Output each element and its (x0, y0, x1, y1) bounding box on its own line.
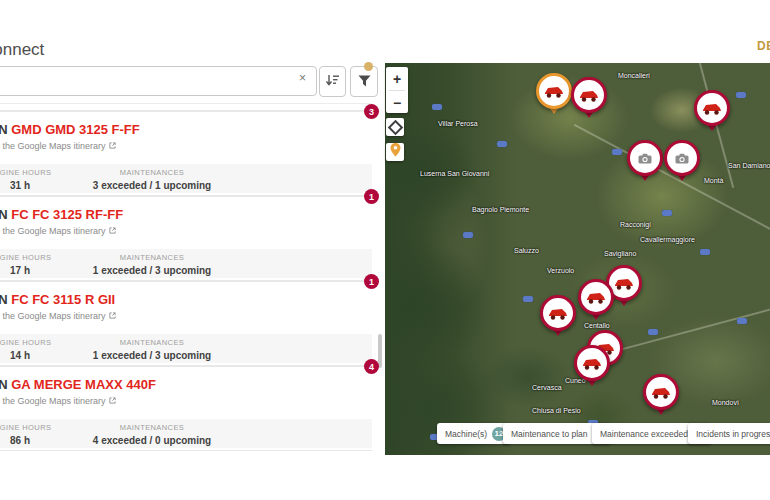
legend-chip-incidents[interactable]: Incidents in progress 0 (688, 423, 770, 444)
external-link-icon (109, 141, 116, 151)
maintenances-value: 3 exceeded / 1 upcoming (92, 180, 212, 191)
road-shield-icon (648, 329, 658, 335)
map-place-label: Chiusa di Pesio (532, 407, 581, 414)
machine-model: FC FC 3115 R GII (11, 292, 115, 307)
alert-count-badge: 4 (364, 359, 379, 374)
machine-brand: KUHN (0, 122, 8, 137)
itinerary-link[interactable]: See the Google Maps itinerary (0, 226, 372, 236)
external-link-icon (109, 396, 116, 406)
map-marker-machine[interactable] (574, 345, 610, 393)
machine-title: KUHN GA MERGE MAXX 440F (0, 377, 372, 392)
maintenances-value: 1 exceeded / 3 upcoming (92, 350, 212, 361)
app-window: Connect DE × 3 KUHN GMD GMD 3125 F-FF Se… (0, 0, 770, 500)
camera-icon (664, 140, 700, 176)
alert-count-badge: 3 (364, 104, 379, 119)
machine-card[interactable]: 1 KUHN FC FC 3125 RF-FF See the Google M… (0, 197, 372, 280)
itinerary-link[interactable]: See the Google Maps itinerary (0, 141, 372, 151)
road-shield-icon (523, 296, 533, 302)
engine-hours-label: ENGINE HOURS (0, 253, 80, 262)
map-marker-machine[interactable] (694, 90, 730, 138)
road-shield-icon (736, 92, 746, 98)
sort-button[interactable] (319, 66, 346, 97)
map-place-label: Cervasca (532, 384, 562, 391)
maintenances-label: MAINTENANCES (92, 253, 212, 262)
map-pin-button[interactable] (386, 143, 404, 161)
machine-title: KUHN GMD GMD 3125 F-FF (0, 122, 372, 137)
map-layers-button[interactable] (386, 118, 404, 136)
road-shield-icon (463, 232, 473, 238)
machine-icon (536, 73, 572, 109)
list-scrollbar-thumb[interactable] (378, 334, 382, 368)
zoom-out-button[interactable]: − (386, 91, 408, 114)
map-place-label: San Damiano d'Asti (728, 162, 770, 169)
road-shield-icon (432, 104, 442, 110)
map-marker-camera[interactable] (627, 140, 663, 188)
filter-count-badge (364, 62, 373, 71)
sort-icon (325, 73, 340, 91)
engine-hours-value: 31 h (0, 180, 80, 191)
map-marker-machine[interactable] (571, 77, 607, 125)
machine-model: GMD GMD 3125 F-FF (11, 122, 140, 137)
maintenances-label: MAINTENANCES (92, 168, 212, 177)
engine-hours-value: 14 h (0, 350, 80, 361)
map-marker-machine[interactable] (643, 374, 679, 422)
machine-title: KUHN FC FC 3115 R GII (0, 292, 372, 307)
itinerary-link[interactable]: See the Google Maps itinerary (0, 311, 372, 321)
map-zoom-controls: + − (386, 67, 408, 113)
road-shield-icon (662, 210, 672, 216)
legend-label: Machine(s) (445, 429, 487, 439)
close-icon[interactable]: × (299, 72, 306, 84)
page-title: Connect (0, 40, 44, 60)
machine-icon (574, 345, 610, 381)
map-marker-machine[interactable] (578, 279, 614, 327)
divider (0, 103, 372, 104)
machine-icon (694, 90, 730, 126)
machine-icon (571, 77, 607, 113)
machine-brand: KUHN (0, 377, 8, 392)
machine-card[interactable]: 1 KUHN FC FC 3115 R GII See the Google M… (0, 282, 372, 365)
itinerary-link-label: See the Google Maps itinerary (0, 141, 106, 151)
machine-title: KUHN FC FC 3125 RF-FF (0, 207, 372, 222)
filter-button[interactable] (350, 66, 378, 97)
map-marker-machine[interactable] (536, 73, 572, 121)
map-marker-camera[interactable] (664, 140, 700, 188)
search-input[interactable] (0, 66, 317, 96)
map-pin-icon (390, 143, 401, 161)
map-place-label: Saluzzo (514, 247, 539, 254)
maintenances-label: MAINTENANCES (92, 338, 212, 347)
itinerary-link[interactable]: See the Google Maps itinerary (0, 396, 372, 406)
machine-brand: KUHN (0, 207, 8, 222)
machine-stats: ENGINE HOURS17 h MAINTENANCES1 exceeded … (0, 249, 372, 278)
road-shield-icon (612, 149, 622, 155)
machine-card[interactable]: 4 KUHN GA MERGE MAXX 440F See the Google… (0, 367, 372, 450)
funnel-icon (358, 73, 371, 91)
maintenances-value: 1 exceeded / 3 upcoming (92, 265, 212, 276)
engine-hours-label: ENGINE HOURS (0, 338, 80, 347)
map-place-label: Mondovì (712, 399, 739, 406)
map-place-label: Bagnolo Piemonte (472, 206, 529, 213)
machine-card[interactable]: 3 KUHN GMD GMD 3125 F-FF See the Google … (0, 112, 372, 195)
map-place-label: Cavallermaggiore (640, 236, 695, 243)
camera-icon (627, 140, 663, 176)
external-link-icon (109, 226, 116, 236)
legend-label: Incidents in progress (696, 429, 770, 439)
legend-label: Maintenance exceeded (600, 429, 688, 439)
map-place-label: Luserna San Giovanni (420, 170, 489, 177)
engine-hours-label: ENGINE HOURS (0, 423, 80, 432)
map-place-label: Racconigi (620, 221, 651, 228)
legend-chip-machines[interactable]: Machine(s) 12 (437, 423, 510, 444)
alert-count-badge: 1 (364, 189, 379, 204)
itinerary-link-label: See the Google Maps itinerary (0, 311, 106, 321)
machine-icon (643, 374, 679, 410)
zoom-in-button[interactable]: + (386, 67, 408, 90)
map-place-label: Montà (704, 177, 723, 184)
machine-model: GA MERGE MAXX 440F (11, 377, 156, 392)
diamond-layers-icon (387, 119, 403, 135)
road-shield-icon (700, 249, 710, 255)
machine-stats: ENGINE HOURS86 h MAINTENANCES4 exceeded … (0, 419, 372, 448)
road-shield-icon (737, 318, 747, 324)
machine-stats: ENGINE HOURS31 h MAINTENANCES3 exceeded … (0, 164, 372, 193)
map-marker-machine[interactable] (540, 295, 576, 343)
engine-hours-value: 86 h (0, 435, 80, 446)
corner-label: DE (757, 39, 770, 53)
